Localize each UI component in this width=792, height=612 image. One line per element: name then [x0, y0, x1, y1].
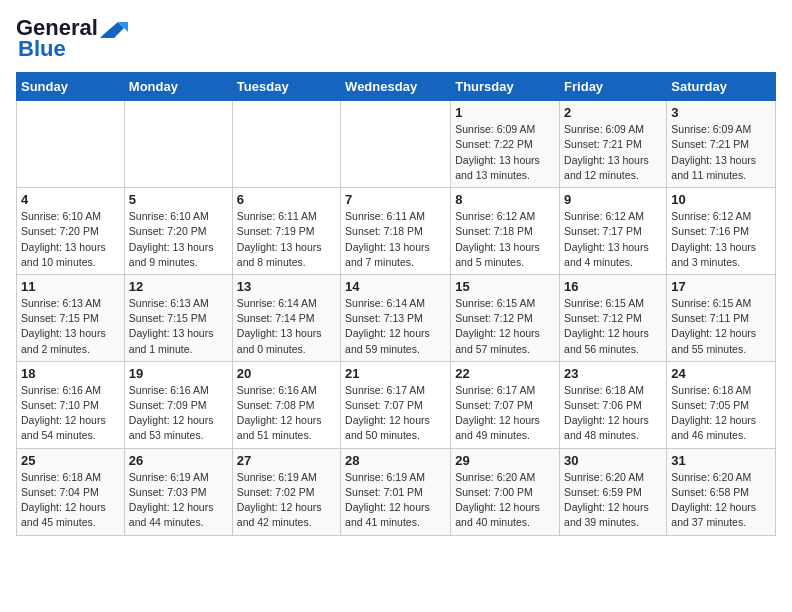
calendar-cell: 10Sunrise: 6:12 AM Sunset: 7:16 PM Dayli…	[667, 188, 776, 275]
calendar-cell: 31Sunrise: 6:20 AM Sunset: 6:58 PM Dayli…	[667, 448, 776, 535]
calendar-cell	[124, 101, 232, 188]
calendar-cell: 5Sunrise: 6:10 AM Sunset: 7:20 PM Daylig…	[124, 188, 232, 275]
header-saturday: Saturday	[667, 73, 776, 101]
day-info: Sunrise: 6:19 AM Sunset: 7:01 PM Dayligh…	[345, 470, 446, 531]
day-number: 9	[564, 192, 662, 207]
logo-arrow-icon	[100, 20, 128, 38]
day-number: 13	[237, 279, 336, 294]
day-number: 7	[345, 192, 446, 207]
day-info: Sunrise: 6:11 AM Sunset: 7:19 PM Dayligh…	[237, 209, 336, 270]
day-number: 5	[129, 192, 228, 207]
calendar-cell: 28Sunrise: 6:19 AM Sunset: 7:01 PM Dayli…	[341, 448, 451, 535]
calendar-cell: 12Sunrise: 6:13 AM Sunset: 7:15 PM Dayli…	[124, 274, 232, 361]
calendar-cell: 11Sunrise: 6:13 AM Sunset: 7:15 PM Dayli…	[17, 274, 125, 361]
day-info: Sunrise: 6:18 AM Sunset: 7:06 PM Dayligh…	[564, 383, 662, 444]
day-info: Sunrise: 6:16 AM Sunset: 7:10 PM Dayligh…	[21, 383, 120, 444]
day-info: Sunrise: 6:16 AM Sunset: 7:09 PM Dayligh…	[129, 383, 228, 444]
day-number: 31	[671, 453, 771, 468]
day-info: Sunrise: 6:19 AM Sunset: 7:03 PM Dayligh…	[129, 470, 228, 531]
day-info: Sunrise: 6:12 AM Sunset: 7:17 PM Dayligh…	[564, 209, 662, 270]
calendar-cell: 1Sunrise: 6:09 AM Sunset: 7:22 PM Daylig…	[451, 101, 560, 188]
day-info: Sunrise: 6:09 AM Sunset: 7:21 PM Dayligh…	[564, 122, 662, 183]
day-number: 17	[671, 279, 771, 294]
calendar-cell	[341, 101, 451, 188]
day-info: Sunrise: 6:14 AM Sunset: 7:13 PM Dayligh…	[345, 296, 446, 357]
day-number: 1	[455, 105, 555, 120]
calendar-header-row: SundayMondayTuesdayWednesdayThursdayFrid…	[17, 73, 776, 101]
header-wednesday: Wednesday	[341, 73, 451, 101]
header-thursday: Thursday	[451, 73, 560, 101]
day-number: 18	[21, 366, 120, 381]
calendar-cell: 15Sunrise: 6:15 AM Sunset: 7:12 PM Dayli…	[451, 274, 560, 361]
day-number: 4	[21, 192, 120, 207]
week-row-5: 25Sunrise: 6:18 AM Sunset: 7:04 PM Dayli…	[17, 448, 776, 535]
day-number: 2	[564, 105, 662, 120]
day-info: Sunrise: 6:12 AM Sunset: 7:18 PM Dayligh…	[455, 209, 555, 270]
day-info: Sunrise: 6:16 AM Sunset: 7:08 PM Dayligh…	[237, 383, 336, 444]
day-info: Sunrise: 6:09 AM Sunset: 7:21 PM Dayligh…	[671, 122, 771, 183]
week-row-2: 4Sunrise: 6:10 AM Sunset: 7:20 PM Daylig…	[17, 188, 776, 275]
calendar-cell	[17, 101, 125, 188]
logo: General Blue	[16, 16, 128, 62]
calendar-cell: 6Sunrise: 6:11 AM Sunset: 7:19 PM Daylig…	[232, 188, 340, 275]
calendar-cell: 14Sunrise: 6:14 AM Sunset: 7:13 PM Dayli…	[341, 274, 451, 361]
day-info: Sunrise: 6:18 AM Sunset: 7:05 PM Dayligh…	[671, 383, 771, 444]
day-info: Sunrise: 6:10 AM Sunset: 7:20 PM Dayligh…	[21, 209, 120, 270]
calendar-cell	[232, 101, 340, 188]
day-info: Sunrise: 6:18 AM Sunset: 7:04 PM Dayligh…	[21, 470, 120, 531]
calendar-cell: 13Sunrise: 6:14 AM Sunset: 7:14 PM Dayli…	[232, 274, 340, 361]
calendar-cell: 2Sunrise: 6:09 AM Sunset: 7:21 PM Daylig…	[560, 101, 667, 188]
day-number: 30	[564, 453, 662, 468]
calendar-cell: 16Sunrise: 6:15 AM Sunset: 7:12 PM Dayli…	[560, 274, 667, 361]
week-row-1: 1Sunrise: 6:09 AM Sunset: 7:22 PM Daylig…	[17, 101, 776, 188]
day-number: 8	[455, 192, 555, 207]
day-number: 10	[671, 192, 771, 207]
day-info: Sunrise: 6:20 AM Sunset: 7:00 PM Dayligh…	[455, 470, 555, 531]
day-number: 29	[455, 453, 555, 468]
calendar-cell: 7Sunrise: 6:11 AM Sunset: 7:18 PM Daylig…	[341, 188, 451, 275]
calendar-cell: 27Sunrise: 6:19 AM Sunset: 7:02 PM Dayli…	[232, 448, 340, 535]
day-number: 27	[237, 453, 336, 468]
day-number: 11	[21, 279, 120, 294]
day-info: Sunrise: 6:14 AM Sunset: 7:14 PM Dayligh…	[237, 296, 336, 357]
logo-blue: Blue	[18, 36, 66, 62]
day-number: 28	[345, 453, 446, 468]
calendar-cell: 18Sunrise: 6:16 AM Sunset: 7:10 PM Dayli…	[17, 361, 125, 448]
header-sunday: Sunday	[17, 73, 125, 101]
day-number: 6	[237, 192, 336, 207]
day-info: Sunrise: 6:13 AM Sunset: 7:15 PM Dayligh…	[129, 296, 228, 357]
day-number: 24	[671, 366, 771, 381]
calendar-cell: 19Sunrise: 6:16 AM Sunset: 7:09 PM Dayli…	[124, 361, 232, 448]
day-number: 21	[345, 366, 446, 381]
day-number: 20	[237, 366, 336, 381]
calendar-cell: 30Sunrise: 6:20 AM Sunset: 6:59 PM Dayli…	[560, 448, 667, 535]
calendar-cell: 17Sunrise: 6:15 AM Sunset: 7:11 PM Dayli…	[667, 274, 776, 361]
week-row-4: 18Sunrise: 6:16 AM Sunset: 7:10 PM Dayli…	[17, 361, 776, 448]
day-info: Sunrise: 6:09 AM Sunset: 7:22 PM Dayligh…	[455, 122, 555, 183]
calendar-cell: 9Sunrise: 6:12 AM Sunset: 7:17 PM Daylig…	[560, 188, 667, 275]
day-info: Sunrise: 6:13 AM Sunset: 7:15 PM Dayligh…	[21, 296, 120, 357]
calendar-table: SundayMondayTuesdayWednesdayThursdayFrid…	[16, 72, 776, 535]
day-info: Sunrise: 6:15 AM Sunset: 7:12 PM Dayligh…	[564, 296, 662, 357]
day-info: Sunrise: 6:15 AM Sunset: 7:12 PM Dayligh…	[455, 296, 555, 357]
calendar-cell: 24Sunrise: 6:18 AM Sunset: 7:05 PM Dayli…	[667, 361, 776, 448]
day-number: 19	[129, 366, 228, 381]
calendar-cell: 8Sunrise: 6:12 AM Sunset: 7:18 PM Daylig…	[451, 188, 560, 275]
calendar-cell: 23Sunrise: 6:18 AM Sunset: 7:06 PM Dayli…	[560, 361, 667, 448]
header-friday: Friday	[560, 73, 667, 101]
day-info: Sunrise: 6:12 AM Sunset: 7:16 PM Dayligh…	[671, 209, 771, 270]
day-number: 12	[129, 279, 228, 294]
day-info: Sunrise: 6:15 AM Sunset: 7:11 PM Dayligh…	[671, 296, 771, 357]
day-number: 26	[129, 453, 228, 468]
day-info: Sunrise: 6:10 AM Sunset: 7:20 PM Dayligh…	[129, 209, 228, 270]
day-number: 16	[564, 279, 662, 294]
calendar-cell: 25Sunrise: 6:18 AM Sunset: 7:04 PM Dayli…	[17, 448, 125, 535]
page-header: General Blue	[16, 16, 776, 62]
week-row-3: 11Sunrise: 6:13 AM Sunset: 7:15 PM Dayli…	[17, 274, 776, 361]
day-number: 15	[455, 279, 555, 294]
calendar-cell: 26Sunrise: 6:19 AM Sunset: 7:03 PM Dayli…	[124, 448, 232, 535]
calendar-cell: 20Sunrise: 6:16 AM Sunset: 7:08 PM Dayli…	[232, 361, 340, 448]
day-info: Sunrise: 6:17 AM Sunset: 7:07 PM Dayligh…	[345, 383, 446, 444]
day-info: Sunrise: 6:11 AM Sunset: 7:18 PM Dayligh…	[345, 209, 446, 270]
day-number: 3	[671, 105, 771, 120]
